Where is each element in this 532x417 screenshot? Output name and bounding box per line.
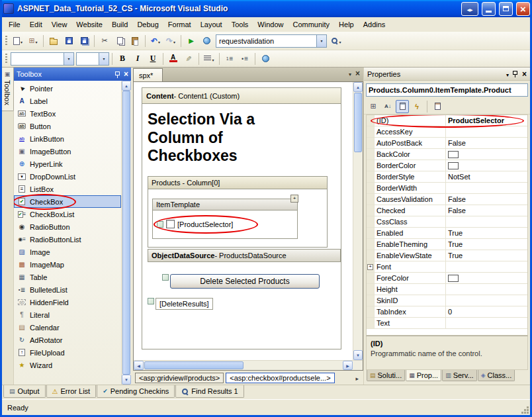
font-size-combobox[interactable] (76, 52, 109, 66)
scroll-up-icon[interactable]: ▲ (353, 82, 363, 92)
toolbox-item-radiobuttonlist[interactable]: RadioButtonList (14, 233, 121, 246)
search-combo-value[interactable]: requestvalidation (216, 37, 316, 45)
browse-button[interactable] (199, 34, 214, 48)
toolbox-item-table[interactable]: Table (14, 271, 121, 283)
properties-view-button[interactable] (396, 100, 409, 113)
undo-button[interactable] (148, 34, 163, 48)
toolbox-item-bulletedlist[interactable]: BulletedList (14, 283, 121, 296)
gridview-header[interactable]: Products - Column[0] (148, 177, 327, 189)
property-row-enabletheming[interactable]: EnableTheming True (367, 239, 527, 250)
menu-build[interactable]: Build (107, 18, 132, 31)
menu-debug[interactable]: Debug (132, 18, 163, 31)
auto-hide-pin-icon[interactable] (512, 70, 519, 77)
design-horizontal-scrollbar[interactable]: ◀ ▶ (134, 360, 363, 370)
menu-view[interactable]: View (47, 18, 72, 31)
property-value[interactable] (446, 216, 527, 227)
close-panel-icon[interactable] (522, 70, 527, 78)
delete-results-label[interactable]: [DeleteResults] (155, 298, 213, 310)
toolbox-item-imagebutton[interactable]: ImageButton (14, 145, 121, 158)
tab-solution-explorer[interactable]: Soluti... (367, 370, 405, 381)
object-selector-combobox[interactable]: Products.Column0.ItemTemplate.Product (366, 83, 528, 97)
objectdatasource-control[interactable]: ObjectDataSource - ProductsDataSource (148, 249, 341, 262)
property-value[interactable]: True (446, 239, 527, 250)
content-placeholder[interactable]: Content - Content1 (Custom) Selection Vi… (142, 87, 341, 349)
property-value[interactable]: NotSet (446, 171, 527, 182)
menu-format[interactable]: Format (163, 18, 196, 31)
design-surface[interactable]: Content - Content1 (Custom) Selection Vi… (134, 82, 353, 360)
delete-selected-products-button[interactable]: Delete Selected Products (170, 274, 320, 289)
property-value[interactable]: True (446, 228, 527, 238)
toolbox-item-adrotator[interactable]: AdRotator (14, 334, 121, 346)
toolbox-scrollbar[interactable]: ▲ ▼ (121, 81, 131, 385)
tag-checkbox[interactable]: <asp:checkbox#productsele...> (226, 373, 334, 383)
auto-hide-pin-icon[interactable] (114, 71, 121, 78)
property-value[interactable] (446, 126, 527, 137)
property-row-text[interactable]: Text (367, 318, 527, 329)
toolbar-drag-handle[interactable] (5, 36, 7, 46)
copy-button[interactable] (112, 34, 127, 48)
document-tab[interactable]: spx* (133, 68, 163, 81)
tab-find-results[interactable]: Find Results 1 (175, 385, 244, 398)
tab-server-explorer[interactable]: Serv... (442, 370, 477, 381)
property-value[interactable] (446, 284, 527, 295)
toolbox-item-hiddenfield[interactable]: HiddenField (14, 296, 121, 308)
menu-website[interactable]: Website (71, 18, 107, 31)
toolbox-item-listbox[interactable]: ListBox (14, 183, 121, 195)
find-button[interactable] (329, 34, 343, 48)
close-panel-icon[interactable] (124, 70, 128, 78)
property-row-causesvalidation[interactable]: CausesValidation False (367, 194, 527, 205)
italic-button[interactable] (130, 52, 145, 66)
property-row-enabled[interactable]: Enabled True (367, 228, 527, 239)
menu-tools[interactable]: Tools (227, 18, 253, 31)
toolbox-item-radiobutton[interactable]: RadioButton (14, 220, 121, 233)
new-file-button[interactable] (11, 34, 25, 48)
toolbox-item-linkbutton[interactable]: LinkButton (14, 132, 121, 145)
menu-file[interactable]: File (4, 18, 25, 31)
scrollbar-thumb[interactable] (122, 91, 130, 375)
scrollbar-thumb[interactable] (354, 93, 362, 152)
property-row-id[interactable]: (ID) ProductSelector (367, 115, 527, 126)
categorized-button[interactable] (367, 100, 380, 113)
property-value[interactable]: 0 (446, 306, 527, 317)
scroll-down-icon[interactable]: ▼ (353, 350, 363, 360)
toolbox-item-image[interactable]: Image (14, 246, 121, 258)
property-value[interactable] (446, 261, 527, 272)
close-button[interactable] (516, 2, 530, 16)
toolbox-item-label[interactable]: Label (14, 95, 121, 107)
property-value[interactable]: False (446, 205, 527, 216)
foreground-color-button[interactable] (166, 52, 181, 66)
menu-help[interactable]: Help (334, 18, 359, 31)
property-row-backcolor[interactable]: BackColor (367, 149, 527, 160)
property-row-borderstyle[interactable]: BorderStyle NotSet (367, 171, 527, 183)
property-row-accesskey[interactable]: AccessKey (367, 126, 527, 138)
tab-properties[interactable]: Prop... (406, 370, 441, 381)
tab-error-list[interactable]: Error List (46, 385, 97, 398)
toolbox-item-pointer[interactable]: Pointer (14, 82, 121, 95)
property-value[interactable] (446, 318, 527, 328)
property-value[interactable]: True (446, 250, 527, 261)
redo-button[interactable] (163, 34, 178, 48)
open-file-button[interactable] (46, 34, 61, 48)
property-value[interactable] (446, 183, 527, 193)
property-row-skinid[interactable]: SkinID (367, 295, 527, 306)
toolbox-item-textbox[interactable]: TextBox (14, 107, 121, 120)
property-row-font[interactable]: Font (367, 261, 527, 273)
tab-class-view[interactable]: Class... (478, 370, 515, 381)
toolbox-item-hyperlink[interactable]: HyperLink (14, 158, 121, 170)
combo-dropdown-button[interactable] (316, 35, 326, 47)
gridview-control[interactable]: Products - Column[0] ItemTemplate (148, 176, 328, 248)
property-row-cssclass[interactable]: CssClass (367, 216, 527, 228)
window-menu-icon[interactable] (506, 70, 509, 78)
expand-icon[interactable] (367, 264, 373, 270)
add-new-item-button[interactable] (26, 34, 40, 48)
move-handle-icon[interactable] (290, 195, 298, 203)
restore-button[interactable] (499, 2, 513, 16)
property-row-checked[interactable]: Checked False (367, 205, 527, 216)
property-pages-button[interactable] (431, 100, 444, 113)
property-row-autopostback[interactable]: AutoPostBack False (367, 138, 527, 149)
underline-button[interactable] (146, 52, 160, 66)
scroll-up-icon[interactable]: ▲ (122, 81, 131, 91)
toolbar-drag-handle[interactable] (5, 54, 7, 64)
save-button[interactable] (62, 34, 76, 48)
menu-edit[interactable]: Edit (25, 18, 47, 31)
